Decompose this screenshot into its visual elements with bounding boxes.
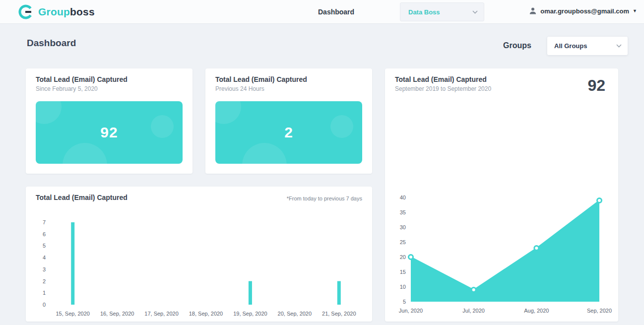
groups-label: Groups xyxy=(503,41,531,50)
decorative-circle xyxy=(63,143,107,164)
user-menu[interactable]: omar.groupboss@gmail.com ▼ xyxy=(529,7,637,15)
metric-box: 2 xyxy=(215,101,362,164)
card-title: Total Lead (Email) Captured xyxy=(395,75,487,83)
card-subtitle: September 2019 to September 2020 xyxy=(395,85,491,92)
svg-text:17, Sep, 2020: 17, Sep, 2020 xyxy=(144,311,179,317)
card-subtitle: Previous 24 Hours xyxy=(215,85,264,92)
groups-select[interactable]: All Groups xyxy=(547,37,628,55)
card-title: Total Lead (Email) Captured xyxy=(36,194,128,201)
chart-note: *From today to previous 7 days xyxy=(287,195,362,201)
card-title: Total Lead (Email) Captured xyxy=(215,75,307,83)
svg-text:7: 7 xyxy=(43,219,46,225)
card-yearly-chart: Total Lead (Email) Captured September 20… xyxy=(385,68,618,322)
svg-text:5: 5 xyxy=(43,243,46,249)
svg-text:0: 0 xyxy=(43,302,46,308)
card-title: Total Lead (Email) Captured xyxy=(36,75,128,83)
svg-text:5: 5 xyxy=(403,299,406,305)
svg-text:18, Sep, 2020: 18, Sep, 2020 xyxy=(189,311,223,317)
groupboss-logo-icon xyxy=(18,4,34,20)
logo-text: Groupboss xyxy=(38,6,95,18)
metric-value: 92 xyxy=(100,124,118,141)
weekly-bar-chart: 0123456715, Sep, 202016, Sep, 202017, Se… xyxy=(31,215,367,320)
card-total-since: Total Lead (Email) Captured Since Februa… xyxy=(26,68,193,174)
decorative-circle xyxy=(330,115,353,138)
groups-select-value: All Groups xyxy=(554,42,587,50)
card-total-24h: Total Lead (Email) Captured Previous 24 … xyxy=(205,68,372,174)
svg-text:40: 40 xyxy=(400,195,406,200)
svg-text:6: 6 xyxy=(43,231,46,237)
svg-text:Sep, 2020: Sep, 2020 xyxy=(587,308,612,314)
workspace-select[interactable]: Data Boss xyxy=(400,2,484,21)
workspace-select-value: Data Boss xyxy=(408,8,440,16)
decorative-circle xyxy=(242,143,287,164)
decorative-circle xyxy=(36,101,62,124)
chevron-down-icon xyxy=(472,10,478,14)
svg-text:20: 20 xyxy=(400,254,406,260)
svg-text:Jul, 2020: Jul, 2020 xyxy=(462,308,485,314)
svg-text:3: 3 xyxy=(43,266,46,272)
svg-text:20, Sep, 2020: 20, Sep, 2020 xyxy=(278,311,312,317)
svg-text:2: 2 xyxy=(43,278,46,284)
yearly-area-chart: 510152025303540Jun, 2020Jul, 2020Aug, 20… xyxy=(389,192,614,317)
svg-text:15: 15 xyxy=(400,269,406,275)
metric-box: 92 xyxy=(36,101,183,164)
svg-text:30: 30 xyxy=(400,224,406,230)
metric-value: 2 xyxy=(284,124,293,141)
logo[interactable]: Groupboss xyxy=(18,4,95,20)
top-header: Groupboss Dashboard Data Boss omar.group… xyxy=(0,0,644,24)
yearly-total-value: 92 xyxy=(587,76,605,95)
decorative-circle xyxy=(151,115,174,138)
svg-text:35: 35 xyxy=(400,209,406,215)
svg-text:16, Sep, 2020: 16, Sep, 2020 xyxy=(100,311,134,317)
card-subtitle: Since February 5, 2020 xyxy=(36,85,98,92)
nav-dashboard[interactable]: Dashboard xyxy=(318,8,354,16)
decorative-circle xyxy=(215,101,241,124)
svg-text:Aug, 2020: Aug, 2020 xyxy=(524,308,549,314)
svg-text:19, Sep, 2020: 19, Sep, 2020 xyxy=(233,311,267,317)
svg-text:4: 4 xyxy=(43,255,46,260)
svg-text:Jun, 2020: Jun, 2020 xyxy=(399,308,423,314)
user-caret-icon: ▼ xyxy=(633,8,637,13)
card-weekly-chart: Total Lead (Email) Captured *From today … xyxy=(26,187,372,322)
page-title: Dashboard xyxy=(27,38,76,49)
svg-text:10: 10 xyxy=(400,284,406,290)
user-email: omar.groupboss@gmail.com xyxy=(540,7,629,15)
svg-text:21, Sep, 2020: 21, Sep, 2020 xyxy=(322,311,356,317)
svg-text:1: 1 xyxy=(43,290,46,296)
svg-text:25: 25 xyxy=(400,239,406,245)
person-icon xyxy=(529,7,537,15)
svg-text:15, Sep, 2020: 15, Sep, 2020 xyxy=(56,311,90,317)
chevron-down-icon xyxy=(616,44,622,48)
